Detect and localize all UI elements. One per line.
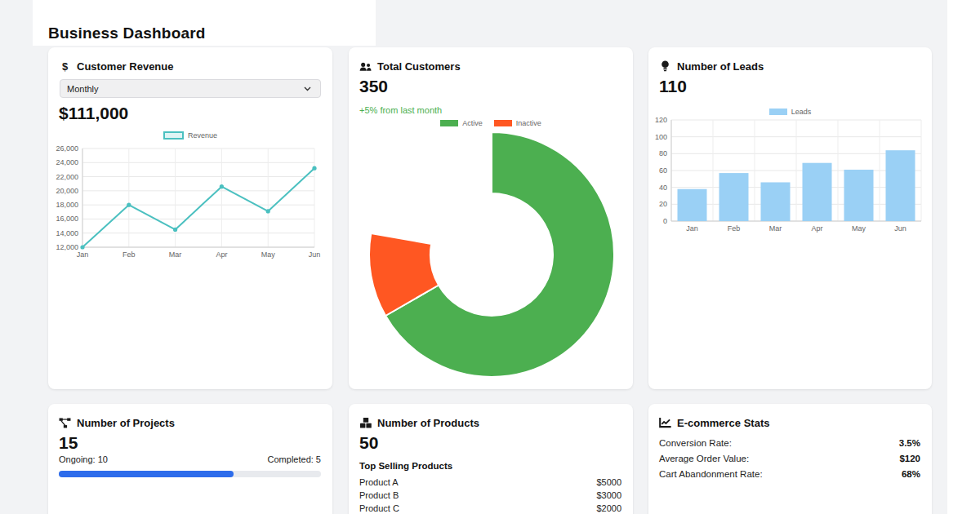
svg-text:20: 20 [659, 200, 667, 208]
product-row: Product B $3000 [359, 489, 621, 502]
card-title: E-commerce Stats [677, 417, 769, 429]
leads-legend-swatch [769, 109, 787, 115]
customers-delta: +5% from last month [359, 105, 442, 115]
stat-value: 3.5% [899, 438, 920, 448]
svg-text:0: 0 [663, 217, 667, 225]
card-number-of-products: Number of Products 50 Top Selling Produc… [349, 404, 633, 514]
stat-row: Conversion Rate: 3.5% [659, 435, 920, 450]
customers-value: 350 [359, 77, 388, 96]
card-ecommerce-stats: E-commerce Stats Conversion Rate: 3.5% A… [648, 404, 932, 514]
stat-row: Cart Abandonment Rate: 68% [659, 466, 920, 481]
projects-ongoing-label: Ongoing: 10 [59, 454, 108, 464]
users-icon [359, 60, 372, 73]
svg-text:22,000: 22,000 [56, 173, 78, 181]
page-right-gutter [947, 0, 980, 514]
products-value: 50 [359, 433, 378, 453]
product-name: Product C [359, 503, 399, 513]
card-customer-revenue: $ Customer Revenue Monthly $111,000 Reve… [48, 47, 332, 389]
lightbulb-icon [659, 60, 671, 73]
svg-text:Mar: Mar [169, 250, 182, 259]
card-header: Number of Products [359, 417, 479, 429]
svg-text:Mar: Mar [769, 224, 782, 233]
revenue-line-chart: 12,00014,00016,00018,00020,00022,00024,0… [48, 141, 332, 268]
legend-item-leads[interactable]: Leads [769, 108, 812, 116]
customers-doughnut-chart [361, 126, 622, 388]
svg-text:26,000: 26,000 [56, 144, 78, 153]
chevron-down-icon [301, 82, 314, 95]
product-price: $2000 [596, 503, 621, 513]
leads-legend: Leads [648, 108, 932, 116]
card-number-of-leads: Number of Leads 110 Leads 02040608010012… [648, 47, 932, 389]
leads-bar-chart: 020406080100120JanFebMarAprMayJun [648, 117, 932, 239]
stat-row: Average Order Value: $120 [659, 450, 920, 466]
card-header: Number of Projects [59, 417, 175, 429]
projects-value: 15 [59, 433, 78, 453]
svg-text:Apr: Apr [811, 224, 822, 233]
card-number-of-projects: Number of Projects 15 Ongoing: 10 Comple… [48, 404, 332, 514]
svg-text:Jun: Jun [894, 224, 906, 233]
card-title: Number of Products [377, 417, 479, 429]
projects-progress-fill [59, 471, 234, 477]
period-select[interactable]: Monthly [60, 79, 321, 98]
svg-text:80: 80 [659, 149, 667, 157]
stat-value: 68% [902, 469, 920, 479]
svg-text:18,000: 18,000 [56, 201, 78, 209]
product-row: Product C $2000 [359, 502, 621, 514]
leads-value: 110 [659, 77, 687, 96]
project-diagram-icon [59, 417, 71, 429]
legend-item-revenue[interactable]: Revenue [163, 131, 217, 140]
stat-label: Cart Abandonment Rate: [659, 469, 763, 479]
card-header: Total Customers [359, 60, 461, 73]
stat-value: $120 [899, 454, 920, 463]
product-price: $5000 [596, 477, 621, 487]
svg-text:Jan: Jan [686, 224, 698, 233]
card-title: Number of Projects [77, 417, 175, 429]
period-select-value: Monthly [67, 84, 99, 94]
svg-text:60: 60 [659, 166, 667, 175]
svg-text:Feb: Feb [122, 250, 136, 259]
svg-text:40: 40 [659, 184, 667, 192]
active-legend-swatch [440, 120, 458, 126]
card-header: $ Customer Revenue [59, 60, 173, 73]
card-title: Total Customers [377, 60, 461, 73]
projects-progress-bar [59, 471, 321, 477]
svg-text:20,000: 20,000 [56, 187, 78, 195]
svg-text:24,000: 24,000 [56, 158, 78, 166]
inactive-legend-swatch [494, 120, 512, 126]
card-total-customers: Total Customers 350 +5% from last month … [349, 47, 633, 389]
product-price: $3000 [596, 490, 621, 500]
svg-text:Jan: Jan [77, 250, 89, 259]
revenue-legend-label: Revenue [188, 131, 217, 140]
page-header: Business Dashboard [33, 0, 376, 46]
svg-text:16,000: 16,000 [56, 215, 78, 223]
svg-text:12,000: 12,000 [56, 243, 78, 251]
dashboard-page: Business Dashboard $ Customer Revenue Mo… [0, 0, 980, 514]
top-selling-heading: Top Selling Products [359, 461, 452, 471]
product-row: Product A $5000 [359, 476, 621, 489]
svg-text:14,000: 14,000 [56, 229, 78, 237]
product-list: Product A $5000 Product B $3000 Product … [359, 476, 621, 514]
revenue-value: $111,000 [59, 104, 128, 123]
card-title: Number of Leads [677, 60, 764, 73]
cubes-icon [359, 417, 372, 429]
card-header: E-commerce Stats [659, 417, 769, 429]
leads-legend-label: Leads [791, 108, 812, 116]
card-header: Number of Leads [659, 60, 764, 73]
product-name: Product B [359, 490, 399, 500]
ecommerce-stat-list: Conversion Rate: 3.5% Average Order Valu… [659, 435, 920, 481]
product-name: Product A [359, 477, 399, 487]
svg-text:Feb: Feb [728, 224, 741, 233]
revenue-legend: Revenue [48, 131, 332, 140]
revenue-legend-swatch [163, 131, 184, 140]
svg-text:May: May [261, 250, 276, 259]
svg-text:May: May [852, 224, 866, 233]
dollar-icon: $ [59, 60, 71, 73]
svg-text:Jun: Jun [309, 250, 321, 259]
card-title: Customer Revenue [77, 60, 173, 73]
svg-text:100: 100 [655, 133, 667, 141]
svg-text:Apr: Apr [216, 250, 227, 259]
stat-label: Average Order Value: [659, 454, 749, 463]
projects-stat-row: Ongoing: 10 Completed: 5 [59, 454, 321, 464]
svg-text:120: 120 [655, 117, 667, 124]
chart-line-icon [659, 417, 671, 429]
